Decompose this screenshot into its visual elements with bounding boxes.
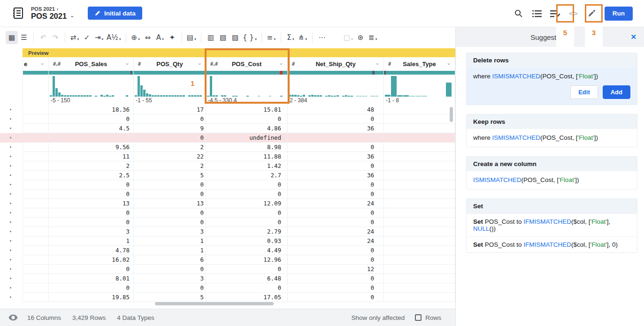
- rows-checkbox[interactable]: [415, 314, 422, 321]
- table-cell: 6.48: [206, 274, 288, 283]
- table-row[interactable]: 0000: [0, 190, 455, 199]
- redo-icon: ↷: [49, 31, 61, 44]
- title-dropdown-icon[interactable]: ⌄: [69, 12, 75, 19]
- column-menu-icon[interactable]: ⌄: [446, 60, 451, 66]
- table-row[interactable]: 0000: [0, 180, 455, 190]
- split-column-icon[interactable]: ⇥▾: [93, 31, 105, 44]
- table-cell: [384, 274, 455, 283]
- table-row[interactable]: 112211.8836: [0, 152, 455, 161]
- column-e[interactable]: e⌄: [23, 57, 49, 105]
- aggregate-icon[interactable]: Σ▾: [284, 31, 297, 44]
- table-row-mismatched[interactable]: 0undefined: [0, 133, 455, 143]
- set-option-2[interactable]: Set POS_Cost to IFMISMATCHED($col, ['Flo…: [467, 236, 637, 252]
- breadcrumb[interactable]: POS 2021 ›: [31, 6, 75, 12]
- table-row[interactable]: 18.361715.8148: [0, 105, 455, 114]
- column-header[interactable]: e⌄: [23, 57, 48, 70]
- column-quality-bar: [206, 71, 287, 75]
- column-POS_Qty[interactable]: #POS_Qty⌄-1 - 55: [134, 57, 206, 105]
- table-row[interactable]: 16.02612.960: [0, 255, 455, 265]
- table-cell: 0: [288, 246, 384, 255]
- column-POS_Cost[interactable]: #,#POS_Cost⌄-4.5 - 330.4: [206, 57, 288, 105]
- suggestion-card-create-new-column[interactable]: Create a new columnISMISMATCHED(POS_Cost…: [466, 156, 637, 190]
- table-row[interactable]: 221.420: [0, 161, 455, 171]
- eyedropper-icon[interactable]: [586, 8, 598, 19]
- transpose-table-icon[interactable]: ▨: [229, 31, 241, 44]
- merge-columns-icon[interactable]: ⊕▾: [130, 31, 142, 44]
- unpivot-table-icon[interactable]: ▧: [217, 31, 229, 44]
- table-row[interactable]: 332.7924: [0, 227, 455, 236]
- table-row[interactable]: 19.85517.050: [0, 293, 455, 302]
- table-row[interactable]: 0000: [0, 218, 455, 227]
- number-format-icon[interactable]: A½▾: [105, 31, 123, 44]
- table-row[interactable]: 9.5628.980: [0, 143, 455, 152]
- join-datasets-icon[interactable]: ⋔▾: [297, 31, 309, 44]
- column-header[interactable]: #Sales_Type⌄: [384, 57, 455, 70]
- dropdown-caret-icon: ▾: [162, 37, 164, 41]
- search-icon[interactable]: [513, 8, 524, 19]
- expressions-icon[interactable]: { }▾: [241, 31, 258, 44]
- column-POS_Sales[interactable]: #,#POS_Sales⌄-5 - 150: [49, 57, 134, 105]
- table-row[interactable]: 0000: [0, 114, 455, 124]
- vertical-scrollbar-thumb[interactable]: [450, 107, 453, 122]
- steps-list-icon[interactable]: [531, 8, 543, 19]
- table-row[interactable]: 00012: [0, 265, 455, 274]
- column-menu-icon[interactable]: ⌄: [279, 60, 284, 66]
- breadcrumb-item[interactable]: POS 2021: [31, 6, 55, 12]
- suggestion-card-set[interactable]: SetSet POS_Cost to IFMISMATCHED($col, ['…: [466, 198, 637, 253]
- list-view-icon[interactable]: ☰: [18, 31, 30, 44]
- grid-view-icon[interactable]: ▦: [6, 31, 18, 44]
- match-patterns-icon[interactable]: ✓: [81, 31, 93, 44]
- table-cell: 48: [288, 105, 384, 114]
- table-cell: [23, 236, 49, 246]
- table-row[interactable]: 4.7814.490: [0, 246, 455, 255]
- table-cell: 1.42: [206, 161, 288, 171]
- column-header[interactable]: #,#POS_Cost⌄: [206, 57, 287, 70]
- fill-values-icon[interactable]: ✦: [166, 31, 178, 44]
- suggestion-card-delete-rows[interactable]: Delete rowswhere ISMISMATCHED(POS_Cost, …: [466, 53, 637, 105]
- more-options-icon[interactable]: ⋯: [316, 31, 328, 44]
- table-cell: 1: [134, 236, 206, 246]
- table-cell: 8.01: [49, 274, 134, 283]
- swap-columns-icon[interactable]: ⇔: [142, 31, 154, 44]
- pivot-table-icon[interactable]: ▥: [205, 31, 217, 44]
- run-button[interactable]: Run: [605, 7, 633, 21]
- table-cell: 0: [49, 114, 134, 124]
- table-row[interactable]: 110.9324: [0, 236, 455, 246]
- table-row[interactable]: 0000: [0, 208, 455, 218]
- column-Net_Ship_Qty[interactable]: #Net_Ship_Qty⌄2 - 384: [288, 57, 384, 105]
- table-row[interactable]: 4.594.8636: [0, 124, 455, 133]
- column-menu-icon[interactable]: ⌄: [125, 60, 130, 66]
- sort-filter-icon[interactable]: ≡▾: [265, 31, 277, 44]
- edit-button[interactable]: Edit: [570, 85, 598, 99]
- column-header[interactable]: #POS_Qty⌄: [134, 57, 206, 70]
- column-header[interactable]: #Net_Ship_Qty⌄: [288, 57, 383, 70]
- table-row[interactable]: 2.552.736: [0, 171, 455, 180]
- row-marker-dot: [10, 287, 11, 288]
- visibility-eye-icon[interactable]: [8, 312, 19, 323]
- table-cell: 0: [134, 133, 206, 143]
- column-header[interactable]: #,#POS_Sales⌄: [49, 57, 133, 70]
- horizontal-scrollbar-thumb[interactable]: [155, 302, 274, 305]
- table-row[interactable]: 0000: [0, 283, 455, 293]
- close-icon[interactable]: ✕: [630, 33, 636, 41]
- initial-data-button[interactable]: Initial data: [88, 7, 142, 20]
- table-cell: 9.56: [49, 143, 134, 152]
- find-in-data-icon[interactable]: ⊛: [354, 31, 367, 44]
- view-settings-icon[interactable]: ≣▾: [367, 31, 379, 44]
- table-cell: [23, 171, 49, 180]
- suggestion-card-keep-rows[interactable]: Keep rowswhere ISMISMATCHED(POS_Cost, ['…: [466, 114, 637, 147]
- column-menu-icon[interactable]: ⌄: [375, 60, 380, 66]
- table-row[interactable]: 8.0136.480: [0, 274, 455, 283]
- column-menu-icon[interactable]: ⌄: [197, 60, 202, 66]
- suggestions-list-icon[interactable]: [550, 8, 561, 19]
- column-Sales_Type[interactable]: #Sales_Type⌄-1 - 8: [384, 57, 455, 105]
- code-view-icon[interactable]: <>: [568, 8, 579, 19]
- row-marker-dot: [10, 240, 11, 242]
- add-button[interactable]: Add: [603, 85, 630, 99]
- set-option-1[interactable]: Set POS_Cost to IFMISMATCHED($col, ['Flo…: [467, 213, 637, 236]
- group-rows-icon[interactable]: ▤▾: [185, 31, 198, 44]
- table-row[interactable]: 131312.0924: [0, 199, 455, 208]
- text-format-icon[interactable]: A▾: [154, 31, 166, 44]
- column-menu-icon[interactable]: ⌄: [40, 60, 45, 66]
- transform-values-icon[interactable]: ⇄▾: [69, 31, 81, 44]
